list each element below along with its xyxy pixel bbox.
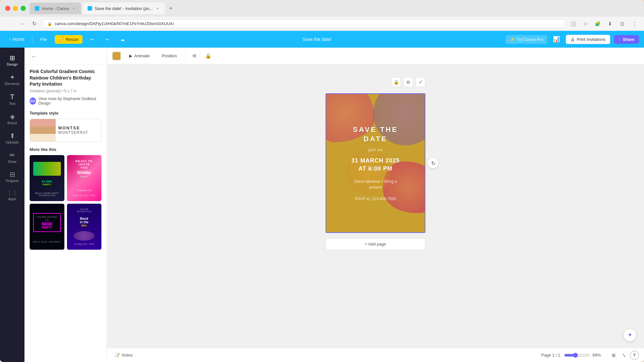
new-tab-button[interactable]: +: [166, 4, 175, 13]
add-page-button[interactable]: + Add page: [326, 238, 425, 250]
sidebar-label-design: Design: [7, 62, 18, 66]
magic-icon: ✨: [509, 37, 515, 42]
template-title: Pink Colorful Gradient Cosmic Rainbow Ch…: [30, 69, 101, 88]
template-meta: Invitation (portrait) • 5 x 7 in: [30, 89, 101, 93]
lock-canvas-button[interactable]: 🔒: [391, 77, 401, 87]
template-style-box[interactable]: MONTSE MONTSERRAT: [30, 119, 101, 142]
redo-icon: ↪: [105, 37, 109, 42]
sidebar-item-uploads[interactable]: ⬆ Uploads: [1, 129, 23, 147]
tab-design-label: Save the date! - Invitation (po...: [95, 6, 153, 11]
question-icon: ?: [633, 353, 636, 357]
color-picker-dot[interactable]: [112, 51, 121, 60]
undo-button[interactable]: ↩: [86, 35, 98, 44]
tab-home[interactable]: Home - Canva ✕: [30, 3, 81, 14]
tab-design[interactable]: Save the date! - Invitation (po... ✕: [82, 3, 165, 14]
swatch-3: [30, 134, 56, 141]
sidebar-label-projects: Projects: [6, 179, 19, 183]
file-button[interactable]: File: [36, 35, 51, 44]
lock-button[interactable]: 🔒: [203, 51, 213, 61]
template-thumb-neon[interactable]: YOU'RE INVITED TO NEON PARTY AVVLY LAU'S…: [30, 204, 64, 250]
print-invitations-button[interactable]: 🖨 Print Invitations: [566, 35, 610, 44]
resize-button[interactable]: 🟡 Resize: [55, 35, 82, 44]
canvas-area: ▶ Animate Position ⫷ 🔒: [107, 48, 644, 362]
browser-star-icon[interactable]: ☆: [581, 19, 590, 28]
template-grid: SLIME PARTY HELLO, WE'RE HAPPYTO INVITE …: [30, 155, 101, 250]
bottom-bar: 📝 Notes Page 1 / 1 89% ⊞ ⤡: [107, 348, 644, 362]
forward-button[interactable]: →: [17, 19, 26, 28]
app-container: ‹ Home File 🟡 Resize ↩ ↪ ☁ Save the date…: [0, 31, 644, 362]
position-button[interactable]: Position: [158, 51, 181, 60]
lock-icon: 🔒: [47, 22, 52, 26]
share-label: Share: [623, 37, 634, 42]
sidebar-item-draw[interactable]: ✏ Draw: [1, 149, 23, 167]
home-button[interactable]: ‹ Home: [5, 35, 28, 44]
font-preview: MONTSE MONTSERRAT: [56, 119, 101, 142]
undo-icon: ↩: [90, 37, 94, 42]
template-style-label: Template style: [30, 111, 101, 116]
save-cloud-button[interactable]: ☁: [117, 35, 128, 44]
sidebar-label-brand: Brand: [7, 121, 17, 125]
print-label: Print Invitations: [577, 37, 605, 42]
address-bar[interactable]: 🔒 canva.com/design/DAFty1UIHGk/f47mE1PxY…: [42, 19, 565, 28]
app-topbar: ‹ Home File 🟡 Resize ↩ ↪ ☁ Save the date…: [0, 31, 644, 48]
card-dress-code: Dress fabulous + Bring apresent: [354, 179, 397, 190]
grid-view-button[interactable]: ⊞: [609, 351, 618, 360]
sidebar-label-uploads: Uploads: [6, 140, 19, 144]
canvas-toolbar: ▶ Animate Position ⫷ 🔒: [107, 48, 644, 64]
fullscreen-icon: ⤡: [622, 353, 626, 358]
zoom-slider[interactable]: [564, 353, 590, 358]
help-button[interactable]: ?: [630, 351, 639, 360]
refresh-button[interactable]: ↻: [428, 158, 438, 168]
animate-button[interactable]: ▶ Animate: [125, 51, 154, 60]
cloud-icon: ☁: [120, 37, 125, 42]
duplicate-canvas-button[interactable]: ⧉: [403, 77, 413, 87]
reload-button[interactable]: ↻: [30, 19, 39, 28]
sidebar-item-projects[interactable]: ⊟ Projects: [1, 168, 23, 186]
toolbar-sep-1: [185, 52, 185, 60]
author-link[interactable]: View more by Stephanie Godbout Design: [39, 97, 101, 106]
animate-label: Animate: [134, 53, 150, 58]
invitation-card-wrapper: SAVE THEDATE join us 31 MARCH 2025 AT 6:…: [326, 93, 425, 233]
notes-button[interactable]: 📝 Notes: [112, 351, 135, 359]
invitation-card[interactable]: SAVE THEDATE join us 31 MARCH 2025 AT 6:…: [326, 93, 425, 233]
try-pro-button[interactable]: ✨ Try Canva Pro: [506, 35, 547, 44]
canvas-scroll[interactable]: 🔒 ⧉ ⤢: [107, 64, 644, 348]
analytics-button[interactable]: 📊: [551, 34, 562, 45]
browser-download-icon[interactable]: ⬇: [605, 19, 614, 28]
template-thumb-birthday[interactable]: ENJOY TO INVITE YOU Birthday Party! Clau…: [67, 155, 102, 201]
maximize-window-btn[interactable]: [21, 6, 26, 11]
text-icon: T: [10, 93, 14, 100]
expand-canvas-button[interactable]: ⤢: [416, 77, 425, 87]
redo-button[interactable]: ↪: [101, 35, 113, 44]
share-icon: ↑: [619, 37, 621, 42]
panel-back-button[interactable]: ←: [30, 52, 39, 61]
tab-favicon-design: [88, 6, 92, 11]
close-window-btn[interactable]: [5, 6, 10, 11]
share-button[interactable]: ↑ Share: [614, 35, 639, 44]
sidebar-item-design[interactable]: ⊞ Design: [1, 51, 23, 70]
sidebar-label-text: Text: [9, 102, 15, 106]
filter-button[interactable]: ⫷: [189, 51, 199, 61]
sidebar-item-apps[interactable]: ⋮⋮ Apps: [1, 187, 23, 204]
icon-sidebar: ⊞ Design ✦ Elements T Text ◈ Brand ⬆ U: [0, 48, 24, 362]
sidebar-item-brand[interactable]: ◈ Brand: [1, 110, 23, 128]
sidebar-label-draw: Draw: [8, 160, 16, 163]
minimize-window-btn[interactable]: [13, 6, 18, 11]
browser-cast-icon[interactable]: ⬜: [569, 19, 578, 28]
browser-extension-icon[interactable]: 🧩: [593, 19, 602, 28]
browser-profile-icon[interactable]: ⊡: [618, 19, 627, 28]
sidebar-item-elements[interactable]: ✦ Elements: [1, 71, 23, 89]
tab-close-home[interactable]: ✕: [71, 6, 76, 11]
canvas-expand-button[interactable]: ✦: [623, 329, 636, 341]
browser-menu-icon[interactable]: ⋮: [630, 19, 639, 28]
tab-close-design[interactable]: ✕: [155, 6, 160, 11]
template-thumb-slime[interactable]: SLIME PARTY HELLO, WE'RE HAPPYTO INVITE …: [30, 155, 64, 201]
traffic-lights: [5, 6, 26, 11]
font-name-2: MONTSERRAT: [58, 130, 99, 135]
fullscreen-button[interactable]: ⤡: [620, 351, 629, 360]
sidebar-item-text[interactable]: T Text: [1, 90, 23, 109]
document-title[interactable]: Save the date!: [302, 37, 331, 42]
template-thumb-90s[interactable]: YOU'RE INVITED TO A Back in the 90's 02 …: [67, 204, 102, 250]
page-indicator: Page 1 / 1: [541, 353, 560, 357]
back-button[interactable]: ←: [5, 19, 14, 28]
